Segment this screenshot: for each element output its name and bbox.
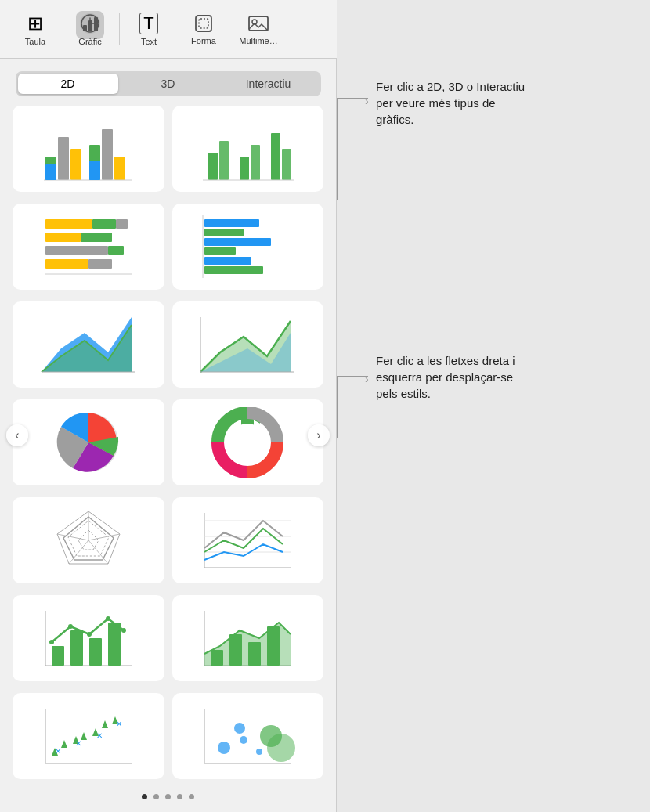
svg-rect-21 — [219, 141, 229, 180]
svg-point-94 — [267, 734, 295, 762]
svg-rect-7 — [196, 16, 211, 31]
table-icon: ⊞ — [27, 13, 43, 34]
svg-point-73 — [87, 632, 92, 637]
chart-cell-donut[interactable] — [172, 399, 324, 485]
chart-cell-area-line[interactable] — [172, 301, 324, 388]
svg-rect-24 — [271, 133, 280, 180]
callout-text-2: Fer clic a les fletxes dreta i esquerra … — [376, 352, 533, 402]
svg-rect-68 — [70, 630, 83, 666]
chart-cell-bar-area[interactable] — [172, 595, 324, 681]
chart-cell-hbar-stacked[interactable] — [13, 204, 164, 290]
dot-2[interactable] — [153, 794, 159, 799]
chart-panel: 2D 3D Interactiu ‹ › — [0, 59, 337, 812]
chart-cell-hbar-grouped[interactable] — [172, 204, 324, 290]
svg-rect-12 — [58, 137, 69, 180]
svg-rect-27 — [45, 219, 92, 229]
svg-rect-16 — [114, 157, 125, 180]
toolbar-label-multimedia: Multime… — [239, 36, 278, 45]
svg-rect-30 — [45, 233, 81, 242]
svg-rect-15 — [102, 129, 113, 180]
dot-1[interactable] — [142, 794, 147, 799]
svg-text:✕: ✕ — [75, 739, 81, 748]
svg-rect-40 — [204, 247, 236, 255]
toolbar-item-multimedia[interactable]: Multime… — [231, 7, 286, 52]
svg-rect-25 — [282, 149, 291, 180]
toolbar-item-forma[interactable]: Forma — [176, 7, 231, 52]
toolbar-item-taula[interactable]: ⊞ Taula — [8, 6, 63, 52]
toolbar: ⊞ Taula Gràfic T Text — [0, 0, 337, 59]
chart-cell-scatter[interactable]: ✕ ✕ ✕ ✕ — [13, 693, 164, 779]
chart-grid: ✕ ✕ ✕ ✕ — [0, 106, 336, 783]
chevron-left-icon: ‹ — [15, 428, 19, 442]
svg-point-72 — [68, 624, 73, 629]
svg-text:✕: ✕ — [116, 720, 122, 728]
callout-line-1 — [337, 98, 338, 200]
callout-line-2 — [337, 376, 338, 438]
svg-rect-18 — [45, 164, 56, 180]
toolbar-label-grafic: Gràfic — [78, 37, 101, 46]
svg-rect-32 — [45, 246, 108, 255]
toolbar-label-text: Text — [141, 37, 157, 46]
shape-icon — [193, 13, 214, 34]
svg-rect-70 — [108, 623, 121, 666]
svg-rect-19 — [89, 161, 100, 180]
svg-point-91 — [240, 736, 247, 744]
callout-text-1: Fer clic a 2D, 3D o Interactiu per veure… — [376, 78, 533, 128]
svg-rect-37 — [204, 219, 259, 227]
toolbar-item-grafic[interactable]: Gràfic — [63, 6, 117, 52]
svg-point-50 — [229, 424, 266, 461]
dot-4[interactable] — [177, 794, 182, 799]
seg-btn-interactiu[interactable]: Interactiu — [218, 74, 319, 94]
text-icon: T — [139, 13, 157, 34]
chart-cell-radar[interactable] — [13, 497, 164, 583]
callout-hline-2 — [337, 376, 368, 377]
callout-arrow-2: › — [365, 373, 369, 385]
svg-rect-39 — [204, 238, 271, 246]
chart-cell-area[interactable] — [13, 301, 164, 388]
svg-point-90 — [218, 742, 230, 754]
svg-rect-29 — [116, 219, 128, 229]
svg-point-74 — [106, 616, 110, 621]
svg-rect-28 — [92, 219, 116, 229]
next-arrow[interactable]: › — [308, 424, 330, 446]
svg-rect-33 — [108, 246, 124, 255]
svg-text:✕: ✕ — [55, 747, 61, 756]
media-icon — [247, 13, 269, 34]
seg-btn-3d[interactable]: 3D — [118, 74, 218, 94]
chevron-right-icon: › — [316, 428, 320, 442]
dot-3[interactable] — [165, 794, 171, 799]
toolbar-label-forma: Forma — [191, 36, 216, 45]
svg-rect-69 — [89, 638, 102, 666]
chart-cell-pie[interactable] — [13, 399, 164, 485]
seg-btn-2d[interactable]: 2D — [18, 74, 118, 94]
toolbar-item-text[interactable]: T Text — [121, 6, 176, 52]
svg-rect-20 — [208, 153, 218, 180]
svg-rect-67 — [52, 646, 64, 666]
chart-cell-bar-line[interactable] — [13, 595, 164, 681]
svg-point-95 — [234, 723, 245, 734]
svg-point-75 — [121, 628, 126, 633]
svg-point-71 — [49, 640, 54, 644]
chart-cell-bubble[interactable] — [172, 693, 324, 779]
toolbar-divider — [119, 13, 120, 45]
prev-arrow[interactable]: ‹ — [6, 424, 28, 446]
svg-rect-42 — [204, 266, 263, 274]
svg-rect-41 — [204, 257, 251, 265]
svg-rect-34 — [45, 259, 88, 269]
callout-arrow-1: › — [365, 95, 369, 107]
svg-rect-8 — [199, 19, 208, 28]
callout-hline-1 — [337, 98, 368, 99]
dot-5[interactable] — [189, 794, 194, 799]
chart-icon — [79, 13, 101, 34]
svg-text:✕: ✕ — [96, 731, 103, 740]
chart-cell-bar-grouped[interactable] — [13, 106, 164, 192]
svg-rect-38 — [204, 229, 244, 236]
svg-line-56 — [88, 534, 120, 540]
svg-rect-13 — [70, 149, 81, 180]
svg-rect-35 — [88, 259, 112, 269]
svg-rect-22 — [240, 157, 249, 180]
chart-cell-line[interactable] — [172, 497, 324, 583]
pagination-dots — [142, 794, 194, 799]
view-mode-selector[interactable]: 2D 3D Interactiu — [16, 71, 321, 96]
chart-cell-bar-grouped-2[interactable] — [172, 106, 324, 192]
